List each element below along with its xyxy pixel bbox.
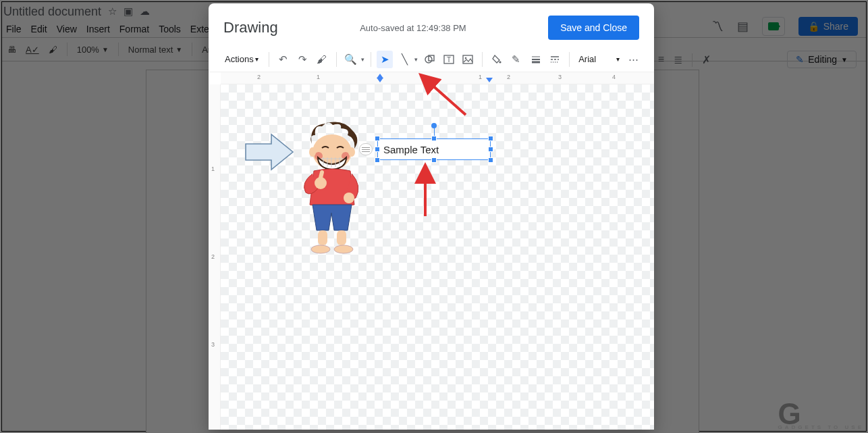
redo-icon[interactable]: ↷ [294, 51, 310, 68]
textbox-tool-icon[interactable]: T [441, 51, 457, 68]
fill-color-icon[interactable] [489, 51, 505, 68]
select-tool-icon[interactable]: ➤ [377, 51, 393, 68]
vertical-ruler[interactable]: 1 2 3 [209, 84, 221, 430]
resize-handle-e[interactable] [488, 147, 493, 152]
drawing-toolbar: Actions▾ ↶ ↷ 🖌 🔍▾ ➤ ╲▾ T ✎ A [209, 47, 654, 72]
cartoon-image-object[interactable] [288, 118, 376, 260]
actions-menu[interactable]: Actions▾ [221, 51, 263, 67]
svg-text:T: T [447, 56, 451, 63]
svg-point-25 [344, 193, 354, 203]
resize-handle-nw[interactable] [375, 136, 380, 141]
zoom-icon[interactable]: 🔍 [343, 51, 359, 68]
svg-rect-26 [318, 230, 327, 245]
image-tool-icon[interactable] [460, 51, 477, 68]
annotation-arrow-to-textbox-tool [425, 80, 472, 123]
shape-tool-icon[interactable] [421, 51, 437, 68]
canvas-container: 2 1 1 2 3 4 1 2 3 [209, 72, 654, 430]
more-options-icon[interactable]: ⋯ [626, 51, 642, 68]
dialog-header: Drawing Auto-saved at 12:49:38 PM Save a… [209, 3, 654, 47]
drag-grip-handle[interactable] [359, 143, 373, 155]
resize-handle-s[interactable] [431, 157, 437, 163]
save-and-close-button[interactable]: Save and Close [548, 16, 639, 40]
arrow-shape-object[interactable] [244, 133, 294, 174]
watermark-letter: G [778, 402, 801, 426]
svg-point-22 [309, 147, 316, 157]
annotation-arrow-to-textbox [412, 174, 439, 224]
resize-handle-w[interactable] [375, 147, 380, 152]
border-weight-icon[interactable] [528, 51, 544, 68]
autosave-status: Auto-saved at 12:49:38 PM [360, 23, 466, 33]
rotation-handle[interactable] [431, 123, 437, 128]
drawing-font-combo[interactable]: Arial▾ [576, 53, 622, 66]
drawing-canvas[interactable]: Sample Text [221, 84, 654, 430]
resize-handle-n[interactable] [431, 136, 437, 141]
svg-point-5 [465, 57, 467, 59]
svg-point-23 [348, 147, 355, 157]
undo-icon[interactable]: ↶ [275, 51, 292, 68]
indent-marker[interactable] [377, 78, 383, 82]
resize-handle-sw[interactable] [375, 157, 380, 163]
textbox-object[interactable]: Sample Text [377, 138, 491, 160]
textbox-content[interactable]: Sample Text [383, 144, 439, 155]
svg-point-6 [499, 61, 501, 63]
svg-rect-27 [337, 230, 346, 245]
watermark-logo: G GADGETS TO USE [778, 402, 864, 430]
resize-handle-se[interactable] [488, 157, 493, 163]
dialog-title: Drawing [223, 19, 278, 36]
line-tool-icon[interactable]: ╲ [396, 51, 412, 68]
svg-line-30 [431, 84, 466, 115]
paint-format-icon[interactable]: 🖌 [314, 51, 330, 68]
border-dash-icon[interactable] [547, 51, 564, 68]
svg-point-29 [334, 245, 353, 253]
svg-point-28 [311, 245, 330, 253]
resize-handle-ne[interactable] [488, 136, 493, 141]
border-color-icon[interactable]: ✎ [508, 51, 524, 68]
margin-right-marker[interactable] [486, 78, 493, 82]
